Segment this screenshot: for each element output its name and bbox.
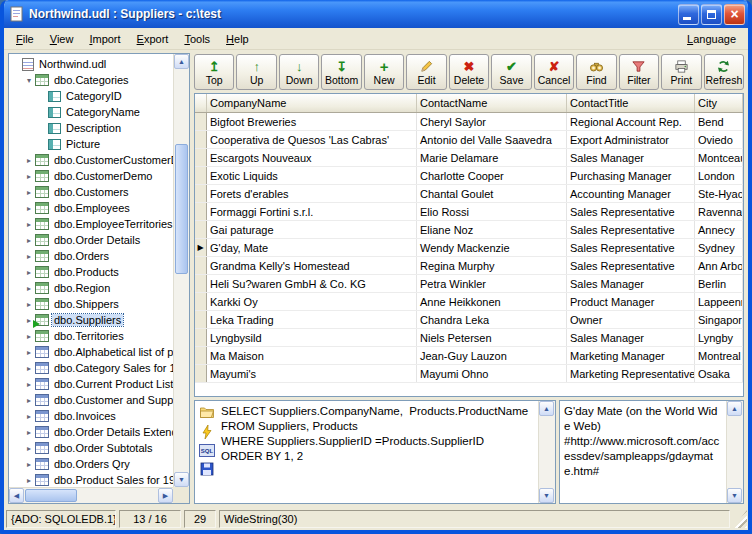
memo-field-text[interactable]: G'day Mate (on the World Wide Web) #http… — [560, 401, 726, 503]
cell[interactable]: Sales Representative — [567, 257, 695, 274]
cell[interactable]: Niels Petersen — [417, 329, 567, 346]
cell[interactable]: Bigfoot Breweries — [207, 113, 417, 130]
cell[interactable]: Cheryl Saylor — [417, 113, 567, 130]
new-button[interactable]: + New — [364, 54, 404, 90]
expand-icon[interactable]: ▸ — [24, 460, 34, 469]
expand-icon[interactable]: ▸ — [24, 476, 34, 485]
tree-vertical-scrollbar[interactable]: ▲ ▼ — [173, 54, 189, 487]
cell[interactable]: Wendy Mackenzie — [417, 239, 567, 256]
cell[interactable]: Karkki Oy — [207, 293, 417, 310]
tree-item-description[interactable]: Description — [9, 120, 173, 136]
expand-icon[interactable]: ▸ — [24, 268, 34, 277]
cell[interactable]: Antonio del Valle Saavedra — [417, 131, 567, 148]
expand-icon[interactable]: ▸ — [24, 428, 34, 437]
cell[interactable]: Montreal — [695, 347, 743, 364]
tree-horizontal-scrollbar[interactable]: ◀ ▶ — [9, 487, 173, 503]
edit-button[interactable]: Edit — [406, 54, 446, 90]
tree-item-dbo-order-details-extended[interactable]: ▸dbo.Order Details Extended — [9, 424, 173, 440]
table-row[interactable]: Formaggi Fortini s.r.l.Elio RossiSales R… — [195, 203, 743, 221]
scroll-down-icon[interactable]: ▼ — [539, 488, 554, 503]
delete-button[interactable]: ✖ Delete — [449, 54, 489, 90]
scroll-up-icon[interactable]: ▲ — [539, 401, 554, 416]
expand-icon[interactable]: ▸ — [24, 204, 34, 213]
tree-item-dbo-customercustomerdemo[interactable]: ▸dbo.CustomerCustomerDemo — [9, 152, 173, 168]
cell[interactable]: Export Administrator — [567, 131, 695, 148]
cell[interactable]: Gai paturage — [207, 221, 417, 238]
find-button[interactable]: Find — [576, 54, 616, 90]
cell[interactable]: Sales Manager — [567, 275, 695, 292]
cell[interactable]: Jean-Guy Lauzon — [417, 347, 567, 364]
execute-query-icon[interactable] — [199, 424, 215, 440]
tree-item-picture[interactable]: Picture — [9, 136, 173, 152]
cell[interactable]: Heli Su?waren GmbH & Co. KG — [207, 275, 417, 292]
cell[interactable]: Sales Representative — [567, 221, 695, 238]
cell[interactable]: Lappeenranta — [695, 293, 743, 310]
save-query-icon[interactable] — [199, 461, 215, 477]
top-button[interactable]: ↥ Top — [194, 54, 234, 90]
cell[interactable]: Forets d'erables — [207, 185, 417, 202]
column-header-contacttitle[interactable]: ContactTitle — [567, 94, 695, 112]
menu-language[interactable]: Language — [679, 30, 744, 48]
cell[interactable]: Montceau — [695, 149, 743, 166]
table-row[interactable]: Mayumi'sMayumi OhnoMarketing Representat… — [195, 365, 743, 383]
tree-item-dbo-shippers[interactable]: ▸dbo.Shippers — [9, 296, 173, 312]
cell[interactable]: Ann Arbor — [695, 257, 743, 274]
save-button[interactable]: ✔ Save — [491, 54, 531, 90]
tree-item-dbo-alphabetical-list-of-products[interactable]: ▸dbo.Alphabetical list of products — [9, 344, 173, 360]
cell[interactable]: Lyngby — [695, 329, 743, 346]
table-row[interactable]: LyngbysildNiels PetersenSales ManagerLyn… — [195, 329, 743, 347]
tree-item-dbo-product-sales-for-1997[interactable]: ▸dbo.Product Sales for 1997 — [9, 472, 173, 487]
scroll-up-icon[interactable]: ▲ — [727, 401, 742, 416]
table-row[interactable]: Ma MaisonJean-Guy LauzonMarketing Manage… — [195, 347, 743, 365]
tree-item-dbo-category-sales-for-1997[interactable]: ▸dbo.Category Sales for 1997 — [9, 360, 173, 376]
tree-item-dbo-order-details[interactable]: ▸dbo.Order Details — [9, 232, 173, 248]
cancel-button[interactable]: ✘ Cancel — [534, 54, 574, 90]
scroll-down-icon[interactable]: ▼ — [727, 488, 742, 503]
tree-item-dbo-territories[interactable]: ▸dbo.Territories — [9, 328, 173, 344]
expand-icon[interactable]: ▸ — [24, 396, 34, 405]
expand-icon[interactable]: ▸ — [24, 220, 34, 229]
cell[interactable]: Marketing Manager — [567, 347, 695, 364]
tree-item-dbo-employeeterritories[interactable]: ▸dbo.EmployeeTerritories — [9, 216, 173, 232]
cell[interactable]: London — [695, 167, 743, 184]
open-query-icon[interactable] — [199, 404, 215, 420]
cell[interactable]: Sydney — [695, 239, 743, 256]
tree-item-dbo-invoices[interactable]: ▸dbo.Invoices — [9, 408, 173, 424]
cell[interactable]: Ma Maison — [207, 347, 417, 364]
sql-icon[interactable]: SQL — [199, 444, 215, 457]
memo-scrollbar[interactable]: ▲ ▼ — [726, 401, 743, 503]
tree-item-dbo-employees[interactable]: ▸dbo.Employees — [9, 200, 173, 216]
title-bar[interactable]: Northwind.udl : Suppliers - c:\test × — [4, 0, 748, 28]
menu-import[interactable]: Import — [81, 30, 128, 48]
cell[interactable]: Sales Manager — [567, 329, 695, 346]
collapse-icon[interactable]: ▾ — [24, 76, 34, 85]
bottom-button[interactable]: ↧ Bottom — [321, 54, 361, 90]
cell[interactable]: Anne Heikkonen — [417, 293, 567, 310]
tree-item-dbo-orders[interactable]: ▸dbo.Orders — [9, 248, 173, 264]
cell[interactable]: Eliane Noz — [417, 221, 567, 238]
column-header-companyname[interactable]: CompanyName — [207, 94, 417, 112]
tree-item-dbo-current-product-list[interactable]: ▸dbo.Current Product List — [9, 376, 173, 392]
cell[interactable]: Mayumi Ohno — [417, 365, 567, 382]
tree-scrollbar-thumb[interactable] — [175, 144, 188, 274]
cell[interactable]: Regional Account Rep. — [567, 113, 695, 130]
column-header-city[interactable]: City — [695, 94, 743, 112]
table-row[interactable]: Cooperativa de Quesos 'Las Cabras'Antoni… — [195, 131, 743, 149]
cell[interactable]: Sales Representative — [567, 239, 695, 256]
cell[interactable]: Grandma Kelly's Homestead — [207, 257, 417, 274]
scroll-right-icon[interactable]: ▶ — [158, 488, 173, 503]
table-row[interactable]: Exotic LiquidsCharlotte CooperPurchasing… — [195, 167, 743, 185]
cell[interactable]: Sales Manager — [567, 149, 695, 166]
scroll-down-icon[interactable]: ▼ — [174, 472, 189, 487]
cell[interactable]: Accounting Manager — [567, 185, 695, 202]
tree-item-northwind-udl[interactable]: Northwind.udl — [9, 56, 173, 72]
table-row[interactable]: Grandma Kelly's HomesteadRegina MurphySa… — [195, 257, 743, 275]
refresh-button[interactable]: Refresh — [704, 54, 744, 90]
close-button[interactable]: × — [724, 4, 745, 25]
table-row[interactable]: Leka TradingChandra LekaOwnerSingapore — [195, 311, 743, 329]
tree-item-dbo-orders-qry[interactable]: ▸dbo.Orders Qry — [9, 456, 173, 472]
expand-icon[interactable]: ▸ — [24, 172, 34, 181]
cell[interactable]: Cooperativa de Quesos 'Las Cabras' — [207, 131, 417, 148]
cell[interactable]: Escargots Nouveaux — [207, 149, 417, 166]
table-row[interactable]: Gai paturageEliane NozSales Representati… — [195, 221, 743, 239]
